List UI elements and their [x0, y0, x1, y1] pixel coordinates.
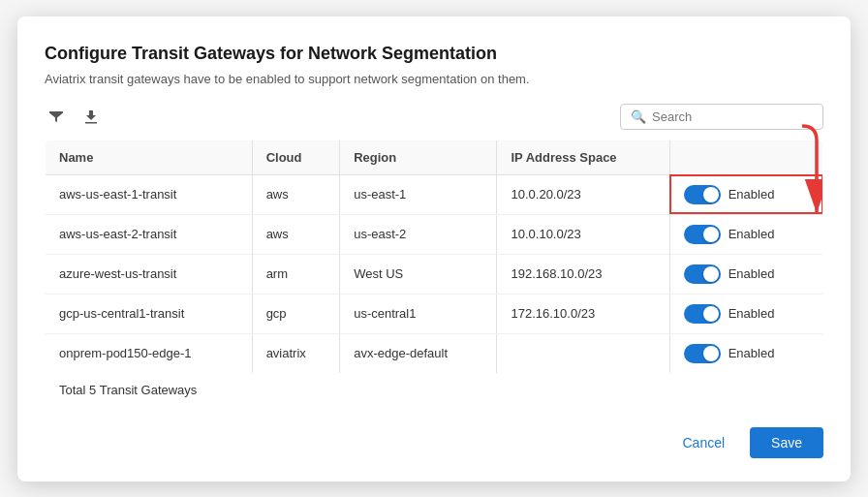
download-icon [83, 109, 99, 124]
save-button[interactable]: Save [750, 427, 823, 458]
toggle-label: Enabled [728, 346, 775, 360]
table-footer: Total 5 Transit Gateways [46, 373, 823, 408]
col-ip: IP Address Space [497, 140, 669, 174]
cell-ip [497, 333, 669, 373]
cell-region: us-east-2 [340, 214, 497, 254]
cell-region: us-central1 [340, 294, 497, 333]
cell-region: West US [340, 254, 497, 294]
search-input[interactable] [652, 109, 813, 124]
cell-toggle[interactable]: Enabled [669, 254, 822, 294]
toggle-label: Enabled [728, 306, 775, 321]
search-box: 🔍 [620, 104, 823, 130]
cell-name: aws-us-east-1-transit [46, 174, 253, 214]
table-row: gcp-us-central1-transitgcpus-central1172… [46, 294, 823, 333]
dialog-footer: Cancel Save [45, 427, 823, 458]
cell-region: avx-edge-default [340, 333, 497, 373]
col-toggle [669, 140, 822, 174]
col-cloud: Cloud [252, 140, 340, 174]
cell-ip: 172.16.10.0/23 [497, 294, 669, 333]
cell-name: aws-us-east-2-transit [46, 214, 253, 254]
toggle-label: Enabled [728, 266, 775, 281]
cell-cloud: gcp [252, 294, 340, 333]
toggle-switch[interactable] [684, 185, 721, 204]
col-name: Name [46, 140, 253, 174]
table-row: onprem-pod150-edge-1aviatrixavx-edge-def… [46, 333, 823, 373]
toggle-label: Enabled [728, 187, 775, 202]
col-region: Region [340, 140, 497, 174]
cancel-button[interactable]: Cancel [666, 427, 740, 458]
search-icon: 🔍 [631, 109, 646, 124]
cell-region: us-east-1 [340, 174, 497, 214]
toggle-switch[interactable] [684, 304, 721, 324]
cell-toggle[interactable]: Enabled [669, 214, 822, 254]
cell-cloud: aviatrix [252, 333, 340, 373]
dialog-subtitle: Aviatrix transit gateways have to be ena… [45, 72, 823, 86]
dialog-title: Configure Transit Gateways for Network S… [45, 44, 823, 64]
cell-toggle[interactable]: Enabled [669, 294, 822, 333]
cell-ip: 10.0.20.0/23 [497, 174, 669, 214]
toggle-label: Enabled [728, 227, 775, 241]
download-button[interactable] [79, 105, 103, 128]
table-row: aws-us-east-2-transitawsus-east-210.0.10… [46, 214, 823, 254]
cell-toggle[interactable]: Enabled [669, 174, 822, 214]
cell-toggle[interactable]: Enabled [669, 333, 822, 373]
cell-cloud: arm [252, 254, 340, 294]
gateways-table: Name Cloud Region IP Address Space aws-u… [45, 140, 823, 408]
toolbar-left [45, 105, 103, 128]
filter-button[interactable] [45, 105, 68, 128]
cell-ip: 192.168.10.0/23 [497, 254, 669, 294]
cell-name: azure-west-us-transit [46, 254, 253, 294]
toolbar: 🔍 [45, 104, 823, 130]
table-header-row: Name Cloud Region IP Address Space [46, 140, 823, 174]
toggle-switch[interactable] [684, 344, 721, 363]
toggle-switch[interactable] [684, 225, 721, 244]
toggle-switch[interactable] [684, 264, 721, 284]
cell-name: gcp-us-central1-transit [46, 294, 253, 333]
table-footer-row: Total 5 Transit Gateways [46, 373, 823, 408]
cell-cloud: aws [252, 174, 340, 214]
configure-dialog: Configure Transit Gateways for Network S… [17, 16, 851, 481]
cell-name: onprem-pod150-edge-1 [46, 333, 253, 373]
filter-icon [48, 109, 64, 124]
table-row: aws-us-east-1-transitawsus-east-110.0.20… [46, 174, 823, 214]
cell-ip: 10.0.10.0/23 [497, 214, 669, 254]
table-row: azure-west-us-transitarmWest US192.168.1… [46, 254, 823, 294]
cell-cloud: aws [252, 214, 340, 254]
